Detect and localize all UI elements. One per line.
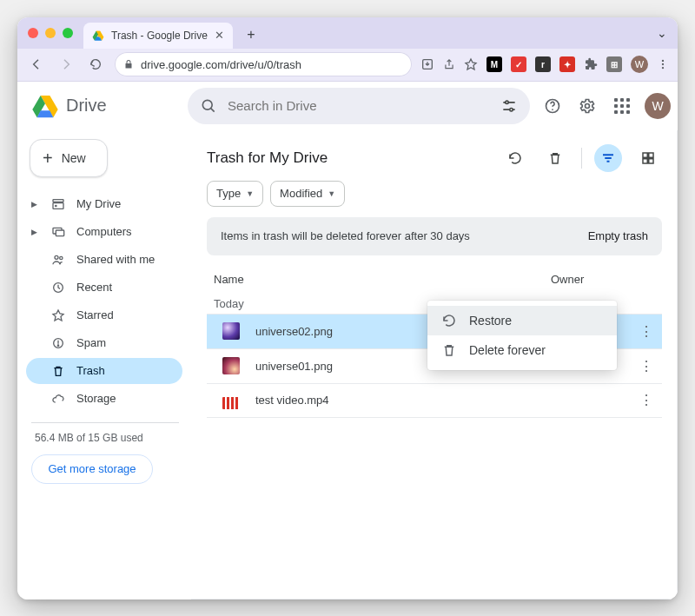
sidebar-item-spam[interactable]: Spam <box>26 330 182 356</box>
close-window-button[interactable] <box>28 28 38 38</box>
browser-profile-avatar[interactable]: W <box>631 56 648 73</box>
sidebar-item-label: Recent <box>76 281 112 294</box>
nav-back-button[interactable] <box>26 54 47 75</box>
extension-icon[interactable]: ⊞ <box>606 56 622 72</box>
extension-icon[interactable]: r <box>535 56 551 72</box>
sidebar-item-recent[interactable]: Recent <box>26 275 182 301</box>
drive-logo[interactable]: Drive <box>31 92 177 120</box>
address-bar[interactable]: drive.google.com/drive/u/0/trash <box>115 52 412 76</box>
extensions-icon[interactable] <box>584 57 598 71</box>
app-header: Drive W <box>17 82 678 130</box>
google-apps-button[interactable] <box>610 94 634 118</box>
minimize-window-button[interactable] <box>45 28 56 38</box>
settings-button[interactable] <box>575 94 599 118</box>
bookmark-icon[interactable] <box>464 57 478 71</box>
svg-point-19 <box>510 108 513 110</box>
chip-label: Modified <box>280 187 322 200</box>
window-titlebar: Trash - Google Drive ✕ + ⌄ <box>17 17 678 49</box>
apps-grid-icon <box>614 98 630 114</box>
search-options-icon[interactable] <box>500 97 518 115</box>
svg-point-34 <box>57 345 58 346</box>
share-icon[interactable] <box>443 58 455 70</box>
extension-icon[interactable]: ✓ <box>511 56 526 72</box>
new-button[interactable]: + New <box>30 139 108 177</box>
modified-filter-chip[interactable]: Modified ▼ <box>270 181 345 207</box>
sidebar-item-trash[interactable]: Trash <box>26 358 182 384</box>
sidebar-item-computers[interactable]: ▶ Computers <box>26 219 182 245</box>
extension-icon[interactable]: M <box>486 56 502 72</box>
svg-rect-41 <box>649 158 653 162</box>
delete-forever-button[interactable] <box>541 144 569 172</box>
browser-tab[interactable]: Trash - Google Drive ✕ <box>83 23 233 49</box>
new-tab-button[interactable]: + <box>240 23 262 46</box>
browser-toolbar: drive.google.com/drive/u/0/trash M ✓ r ✦… <box>17 49 678 82</box>
row-menu-button[interactable]: ⋮ <box>638 358 655 374</box>
restore-all-button[interactable] <box>501 144 529 172</box>
empty-trash-link[interactable]: Empty trash <box>588 229 648 242</box>
search-icon <box>200 97 217 115</box>
cloud-icon <box>50 392 66 406</box>
divider <box>581 148 582 169</box>
spam-icon <box>50 336 66 350</box>
search-bar[interactable] <box>188 88 530 124</box>
drive-favicon <box>92 30 104 42</box>
expand-icon: ▶ <box>31 200 40 209</box>
svg-marker-31 <box>53 310 63 321</box>
grid-view-button[interactable] <box>634 144 662 172</box>
context-menu: Restore Delete forever <box>427 301 617 370</box>
column-header-owner[interactable]: Owner <box>551 273 655 286</box>
app-name: Drive <box>66 96 107 116</box>
filter-button[interactable] <box>594 144 622 172</box>
svg-rect-40 <box>643 158 647 162</box>
sidebar-item-storage[interactable]: Storage <box>26 386 182 412</box>
trash-icon <box>441 342 457 358</box>
notice-text: Items in trash will be deleted forever a… <box>221 229 470 242</box>
divider <box>31 422 179 423</box>
nav-reload-button[interactable] <box>85 54 106 75</box>
storage-usage-text: 56.4 MB of 15 GB used <box>26 432 191 444</box>
tab-close-icon[interactable]: ✕ <box>215 29 224 42</box>
row-menu-button[interactable]: ⋮ <box>638 323 655 340</box>
chip-label: Type <box>216 187 241 200</box>
tabs-overflow-icon[interactable]: ⌄ <box>657 26 667 40</box>
table-header: Name Owner <box>207 268 662 292</box>
trash-notice: Items in trash will be deleted forever a… <box>207 217 662 255</box>
help-button[interactable] <box>540 94 565 118</box>
chevron-down-icon: ▼ <box>328 189 335 198</box>
svg-point-21 <box>552 109 553 110</box>
people-icon <box>50 253 66 267</box>
file-thumbnail <box>222 322 240 340</box>
file-name: test video.mp4 <box>255 394 533 407</box>
svg-point-18 <box>506 101 508 103</box>
nav-forward-button[interactable] <box>56 54 76 75</box>
sidebar-item-my-drive[interactable]: ▶ My Drive <box>26 191 182 217</box>
chevron-down-icon: ▼ <box>246 189 254 198</box>
search-input[interactable] <box>228 98 490 113</box>
file-row[interactable]: test video.mp4 me ⋮ <box>207 383 662 418</box>
maximize-window-button[interactable] <box>63 28 73 38</box>
get-storage-label: Get more storage <box>48 462 136 475</box>
trash-icon <box>50 364 66 378</box>
svg-point-14 <box>202 100 212 109</box>
sidebar-item-shared[interactable]: Shared with me <box>26 247 182 273</box>
type-filter-chip[interactable]: Type ▼ <box>207 181 263 207</box>
row-menu-button[interactable]: ⋮ <box>638 392 655 408</box>
window-controls <box>28 28 73 38</box>
menu-item-restore[interactable]: Restore <box>427 306 617 335</box>
browser-menu-icon[interactable] <box>657 58 669 70</box>
menu-item-label: Delete forever <box>469 343 546 357</box>
column-header-name[interactable]: Name <box>214 273 551 286</box>
svg-point-10 <box>662 67 664 69</box>
account-avatar[interactable]: W <box>645 93 671 119</box>
sidebar-item-label: Spam <box>76 336 106 349</box>
svg-point-22 <box>586 103 590 108</box>
menu-item-delete-forever[interactable]: Delete forever <box>427 335 617 365</box>
sidebar-item-starred[interactable]: Starred <box>26 302 182 328</box>
get-storage-button[interactable]: Get more storage <box>31 454 153 484</box>
install-icon[interactable] <box>420 57 434 71</box>
expand-icon: ▶ <box>31 228 40 236</box>
browser-window: Trash - Google Drive ✕ + ⌄ drive.google.… <box>17 17 678 599</box>
svg-line-15 <box>211 108 215 111</box>
sidebar-item-label: Computers <box>76 225 132 238</box>
extension-icon[interactable]: ✦ <box>559 56 575 72</box>
